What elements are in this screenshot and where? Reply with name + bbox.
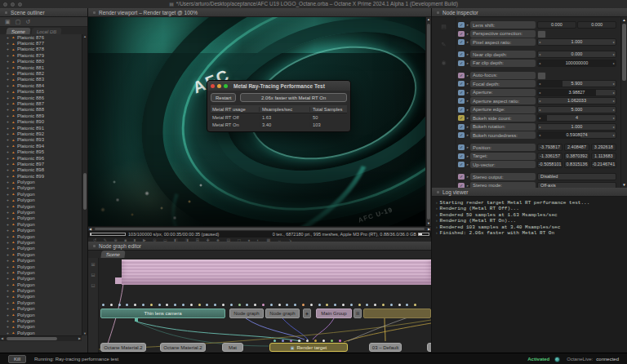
value-slider[interactable]: ◂0.000▸ [537, 51, 616, 58]
outliner-item[interactable]: +▲Polygon [0, 228, 82, 233]
enable-checkbox[interactable]: ✓ [458, 98, 465, 104]
node-pin[interactable] [414, 304, 416, 306]
outliner-item[interactable]: +▲Polygon [0, 246, 82, 251]
grid-snap-icon[interactable]: ⊞ [91, 261, 95, 267]
group-node-band[interactable] [122, 260, 431, 285]
outliner-item[interactable]: +▲Polygon [0, 294, 82, 300]
node-pin[interactable] [310, 304, 313, 306]
enable-checkbox[interactable]: ✓ [458, 144, 465, 150]
scrollbar-thumb[interactable] [622, 24, 626, 81]
outliner-item[interactable]: +▲Polygon [0, 209, 82, 215]
refresh-icon[interactable]: ↺ [25, 19, 30, 25]
scroll-left-icon[interactable]: ◀ [1, 336, 3, 341]
node-icon-box[interactable]: ⊞ [354, 309, 362, 318]
node-pin[interactable] [190, 304, 193, 306]
outliner-item[interactable]: +▲Platonic 878 [0, 47, 82, 52]
outliner-item[interactable]: +▲Platonic 884 [0, 82, 82, 88]
outliner-item[interactable]: +▲Platonic 883 [0, 77, 82, 82]
tab-scene-graph[interactable]: Scene [100, 251, 125, 258]
node-pin[interactable] [262, 304, 265, 306]
node-pin[interactable] [273, 340, 276, 342]
node-render-target[interactable]: ▣ Render target [269, 343, 348, 352]
node-pin[interactable] [278, 304, 281, 306]
node-pin[interactable] [110, 304, 113, 306]
enable-checkbox[interactable]: ✓ [458, 81, 465, 87]
outliner-item[interactable]: +▲Polygon [0, 282, 82, 287]
node-pin[interactable] [134, 304, 136, 306]
scroll-up-icon[interactable]: ▲ [621, 17, 627, 23]
slider-increment-icon[interactable]: ▸ [613, 115, 615, 122]
node-pin[interactable] [339, 340, 341, 342]
node-graph-canvas[interactable]: Thin lens camera Node graph Node graph ◈… [99, 258, 431, 353]
enable-checkbox[interactable]: ✓ [458, 153, 465, 159]
scrollbar-thumb[interactable] [427, 24, 430, 220]
scroll-up-icon[interactable]: ▲ [82, 34, 87, 38]
value-slider[interactable]: ◂100000000▸ [537, 60, 616, 67]
outliner-horizontal-scrollbar[interactable]: ◀ ▶ [0, 335, 82, 341]
node-icon-box[interactable]: ◈ [303, 309, 311, 318]
outliner-item[interactable]: +▲Polygon [0, 198, 82, 203]
toggle-checkbox[interactable] [537, 30, 546, 38]
node-pin[interactable] [306, 340, 309, 342]
outliner-item[interactable]: +▲Platonic 885 [0, 89, 82, 95]
node-pin[interactable] [206, 304, 208, 306]
value-field[interactable]: -0.5058101 [537, 161, 563, 168]
outliner-item[interactable]: +▲Platonic 898 [0, 167, 82, 173]
node-pin[interactable] [182, 304, 185, 306]
node-pin[interactable] [166, 304, 168, 306]
enable-checkbox[interactable]: ✓ [458, 107, 465, 113]
node-pin[interactable] [270, 304, 273, 306]
outliner-item[interactable]: +▲Polygon [0, 264, 82, 269]
camera-node-icon[interactable]: ◉ [441, 60, 446, 66]
outliner-item[interactable]: +▲Platonic 896 [0, 155, 82, 161]
node-pin[interactable] [290, 340, 292, 342]
dialog-minimize-button[interactable] [217, 84, 221, 88]
node-pin[interactable] [246, 304, 248, 306]
outliner-item[interactable]: +▲Polygon [0, 215, 82, 221]
scrollbar-thumb[interactable] [83, 173, 87, 210]
outliner-item[interactable]: +▲Platonic 899 [0, 173, 82, 179]
node-pin[interactable] [254, 304, 256, 306]
node-pin[interactable] [374, 304, 376, 306]
value-field[interactable]: 0.000 [537, 21, 576, 29]
node-pin[interactable] [398, 304, 401, 306]
outliner-item[interactable]: +▲Platonic 895 [0, 149, 82, 154]
outliner-item[interactable]: +▲Polygon [0, 191, 82, 197]
node-pin[interactable] [406, 304, 408, 306]
node-thin-lens-camera[interactable]: Thin lens camera [100, 309, 225, 318]
node-default-kernel[interactable]: 03 – Default [369, 343, 402, 352]
value-field[interactable]: 0.3870392 [564, 153, 589, 160]
node-mat[interactable]: Mat [222, 343, 243, 352]
node-olive-group[interactable] [363, 309, 431, 318]
node-pin[interactable] [342, 304, 345, 306]
node-pin[interactable] [238, 304, 241, 306]
inspector-scrollbar[interactable]: ▲ ▼ [620, 17, 627, 188]
node-pin[interactable] [230, 304, 233, 306]
value-slider[interactable]: ◂1.000▸ [537, 38, 616, 46]
slider-increment-icon[interactable]: ▸ [613, 107, 615, 113]
outliner-item[interactable]: +▲Polygon [0, 239, 82, 245]
delete-node-icon[interactable]: ▢ [16, 19, 21, 25]
value-field[interactable]: 2.408487 [564, 144, 589, 151]
dropdown-select[interactable]: Off-axis [537, 182, 616, 189]
enable-checkbox[interactable]: ✓ [458, 90, 465, 95]
enable-checkbox[interactable]: ✓ [458, 132, 465, 138]
slider-increment-icon[interactable]: ▸ [613, 90, 615, 96]
node-pin[interactable] [302, 304, 305, 306]
node-pin[interactable] [282, 340, 284, 342]
node-pin[interactable] [150, 304, 153, 306]
node-pin[interactable] [198, 304, 201, 306]
outliner-item[interactable]: +▲Platonic 887 [0, 100, 82, 106]
slider-increment-icon[interactable]: ▸ [613, 39, 615, 46]
enable-checkbox[interactable]: ✓ [458, 51, 465, 57]
enable-checkbox[interactable]: ✓ [458, 174, 465, 180]
enable-checkbox[interactable]: ✓ [458, 31, 465, 37]
viewport-vertical-scrollbar[interactable]: ▲ ▼ [425, 17, 431, 226]
dialog-close-button[interactable] [211, 84, 215, 88]
outliner-item[interactable]: +▲Platonic 886 [0, 95, 82, 100]
outliner-item[interactable]: +▲Polygon [0, 269, 82, 275]
node-pin[interactable] [318, 304, 321, 306]
value-slider[interactable]: ◂5.000▸ [537, 106, 616, 113]
node-pin[interactable] [286, 304, 288, 306]
node-pin[interactable] [382, 304, 385, 306]
